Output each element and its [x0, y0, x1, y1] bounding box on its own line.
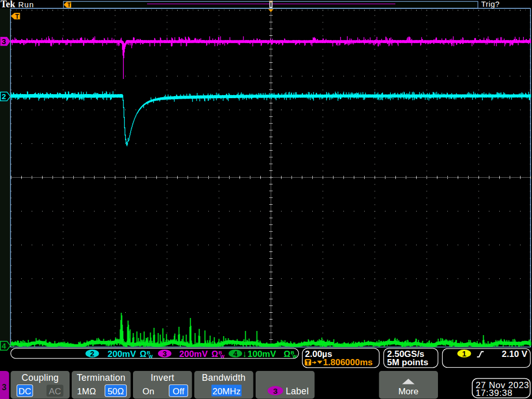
svg-text:Label: Label [286, 386, 309, 396]
svg-text:DC: DC [18, 387, 31, 396]
svg-text:Bandwidth: Bandwidth [202, 373, 245, 383]
svg-text:3: 3 [2, 37, 6, 46]
svg-text:W: W [292, 354, 297, 359]
svg-text:2.10 V: 2.10 V [502, 349, 528, 359]
svg-text:Tek: Tek [1, 0, 15, 9]
svg-text:50Ω: 50Ω [108, 387, 124, 396]
svg-text:Termination: Termination [77, 373, 126, 383]
svg-text:1: 1 [462, 350, 466, 358]
svg-text:Off: Off [172, 387, 184, 396]
svg-text:↓: ↓ [243, 349, 247, 359]
svg-text:More: More [398, 387, 419, 396]
svg-text:Run: Run [18, 0, 34, 9]
svg-text:200mV: 200mV [108, 349, 136, 359]
svg-text:Ω: Ω [284, 350, 290, 358]
svg-text:Ω: Ω [211, 350, 218, 358]
svg-text:W: W [149, 354, 153, 359]
svg-text:3: 3 [163, 350, 167, 358]
svg-text:T: T [67, 2, 71, 8]
svg-text:1MΩ: 1MΩ [77, 387, 96, 396]
svg-text:3: 3 [2, 383, 7, 392]
svg-text:Invert: Invert [151, 373, 175, 383]
svg-text:4: 4 [233, 350, 237, 358]
svg-text:17:39:38: 17:39:38 [476, 388, 513, 398]
svg-text:1.806000ms: 1.806000ms [323, 357, 373, 367]
svg-text:2: 2 [90, 350, 94, 358]
svg-text:100mV: 100mV [248, 349, 276, 359]
svg-text:On: On [142, 387, 154, 396]
svg-text:5M points: 5M points [387, 357, 428, 367]
svg-text:Trig?: Trig? [481, 0, 500, 8]
svg-text:W: W [220, 354, 225, 359]
svg-text:20MHz: 20MHz [212, 387, 241, 396]
svg-text:2: 2 [2, 92, 6, 101]
svg-text:Coupling: Coupling [22, 373, 59, 383]
svg-text:Ω: Ω [140, 350, 147, 358]
svg-text:AC: AC [49, 387, 61, 396]
svg-text:200mV: 200mV [179, 349, 208, 359]
svg-text:3: 3 [273, 387, 278, 395]
svg-text:4: 4 [2, 341, 6, 350]
svg-text:T: T [15, 13, 19, 20]
